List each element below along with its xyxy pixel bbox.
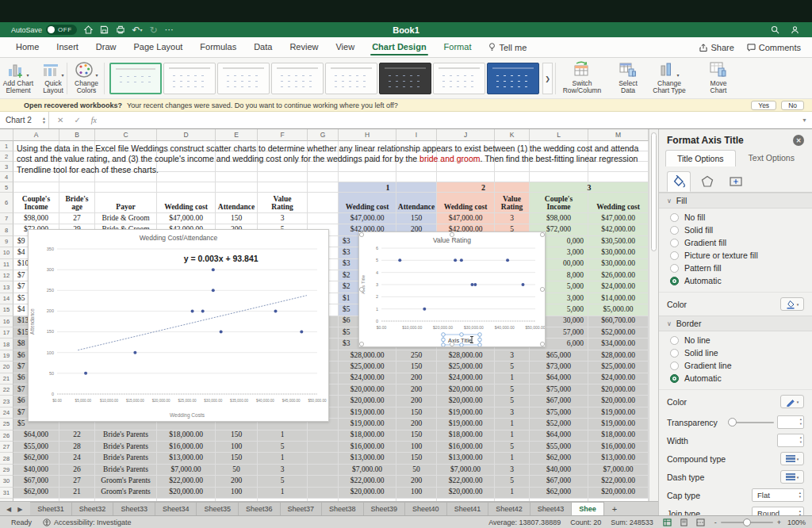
cell-I19[interactable]: 250 [396,350,437,362]
column-header-D[interactable]: D [157,129,216,141]
chart-style-thumbnail-4[interactable] [271,63,324,94]
cell-F6[interactable]: Value Rating [258,193,308,213]
cell-I22[interactable]: 200 [396,385,437,396]
cell-M24[interactable]: $19,000.00 [588,407,649,419]
cell-K6[interactable]: Value Rating [495,193,530,213]
name-box[interactable]: Chart 2 ▲▼ [0,112,49,128]
cell-J7[interactable]: $47,000.00 [437,213,495,224]
radio-automatic[interactable]: Automatic [659,372,812,385]
cell-M26[interactable]: $18,000.00 [588,430,649,442]
row-header-31[interactable]: 31 [0,488,13,499]
row-header-17[interactable]: 17 [0,327,13,339]
cell-B26[interactable]: 22 [59,430,95,442]
cell-L5[interactable] [530,182,588,193]
radio-solid-fill[interactable]: Solid fill [659,224,812,236]
chart-style-thumbnail-8[interactable] [487,63,539,94]
tab-format[interactable]: Format [444,38,472,57]
cell-H29[interactable]: $7,000.00 [339,465,396,476]
radio-solid-line[interactable]: Solid line [659,346,812,359]
row-header-21[interactable]: 21 [0,373,13,385]
more-commands-icon[interactable]: ⋯ [165,25,174,34]
cell-L31[interactable]: $62,000 [530,488,588,499]
sheet-tab-sheet34[interactable]: Sheet34 [155,502,197,515]
cell-J21[interactable]: $24,000.00 [437,373,495,385]
cell-L28[interactable]: $62,000 [530,453,588,464]
row-header-3[interactable]: 3 [0,162,13,172]
cell-I28[interactable]: 150 [396,453,437,464]
cell-M10[interactable]: $30,000.00 [588,247,649,258]
cell-D28[interactable]: $13,000.00 [157,453,216,464]
share-button[interactable]: Share [699,43,733,52]
cell-J27[interactable]: $16,000.00 [437,442,495,453]
cell-L7[interactable]: $98,000 [530,213,588,224]
chart-style-thumbnail-2[interactable] [163,63,216,94]
cell-I21[interactable]: 200 [396,373,437,385]
row-header-8[interactable]: 8 [0,224,13,235]
cell-M11[interactable]: $30,000.00 [588,259,649,270]
tab-draw[interactable]: Draw [96,38,117,57]
formula-input[interactable] [105,112,802,128]
cell-H30[interactable]: $22,000.00 [339,476,396,487]
scrollbar-thumb[interactable] [651,132,657,251]
radio-gradient-line[interactable]: Gradient line [659,359,812,372]
cell-D6[interactable]: Wedding cost [157,193,216,213]
cell-F7[interactable]: 3 [258,213,308,224]
column-header-J[interactable]: J [437,129,495,141]
cell-M30[interactable]: $22,000.00 [588,476,649,487]
compound-type-menu-button[interactable]: ▾ [780,452,804,465]
cell-J6[interactable]: Wedding cost [437,193,495,213]
cell-K29[interactable]: 3 [495,465,530,476]
sheet-tab-sheet33[interactable]: Sheet33 [113,502,155,515]
row-header-11[interactable]: 11 [0,259,13,270]
sheet-tab-sheet32[interactable]: Sheet32 [72,502,114,515]
cell-L26[interactable]: $64,000 [530,430,588,442]
page-layout-view-icon[interactable] [680,518,688,526]
cell-H7[interactable]: $47,000.00 [339,213,396,224]
cell-I23[interactable]: 200 [396,396,437,407]
cell-D29[interactable]: $7,000.00 [157,465,216,476]
cell-D7[interactable]: $47,000.00 [157,213,216,224]
cell-F5[interactable] [258,182,308,193]
zoom-in-icon[interactable]: + [777,518,781,526]
cell-L29[interactable]: $40,000 [530,465,588,476]
cell-A7[interactable]: $98,000 [13,213,59,224]
cell-C30[interactable]: Groom's Parents [95,476,157,487]
radio-pattern-fill[interactable]: Pattern fill [659,262,812,274]
cell-M16[interactable]: $60,700.00 [588,316,649,327]
yes-button[interactable]: Yes [751,101,776,110]
row-header-23[interactable]: 23 [0,396,13,407]
cell-C27[interactable]: Bride's Parents [95,442,157,453]
cell-H23[interactable]: $20,000.00 [339,396,396,407]
cell-M28[interactable]: $13,000.00 [588,453,649,464]
zoom-slider[interactable] [721,522,773,523]
cell-K25[interactable]: 1 [495,419,530,430]
cell-A31[interactable]: $62,000 [13,488,59,499]
cell-D31[interactable]: $20,000.00 [157,488,216,499]
cell-M21[interactable]: $24,000.00 [588,373,649,385]
cell-K30[interactable]: 5 [495,476,530,487]
cell-J5[interactable] [437,182,495,193]
cell-E26[interactable]: 150 [216,430,258,442]
cell-E28[interactable]: 150 [216,453,258,464]
cell-K23[interactable]: 5 [495,396,530,407]
quick-layout-button[interactable]: ▾Quick Layout [36,61,70,96]
cell-E29[interactable]: 50 [216,465,258,476]
page-break-view-icon[interactable] [696,518,705,526]
row-header-16[interactable]: 16 [0,316,13,327]
cell-B6[interactable]: Bride's age [59,193,95,213]
tab-page-layout[interactable]: Page Layout [134,38,183,57]
column-header-F[interactable]: F [258,129,308,141]
prev-sheet-icon[interactable]: ◀ [6,506,11,513]
cell-K28[interactable]: 1 [495,453,530,464]
cell-E7[interactable]: 150 [216,213,258,224]
move-chart-button[interactable]: Move Chart [696,61,741,96]
radio-picture-or-texture-fill[interactable]: Picture or texture fill [659,249,812,262]
cell-F31[interactable]: 1 [258,488,308,499]
sheet-tab-sheet43[interactable]: Sheet43 [530,502,573,515]
tab-formulas[interactable]: Formulas [200,38,236,57]
cell-M15[interactable]: $5,000.00 [588,304,649,316]
cell-C31[interactable]: Groom's Parents [95,488,157,499]
sheet-tab-sheet31[interactable]: Sheet31 [30,502,72,515]
transparency-spinner[interactable] [777,415,804,429]
cell-J25[interactable]: $19,000.00 [437,419,495,430]
